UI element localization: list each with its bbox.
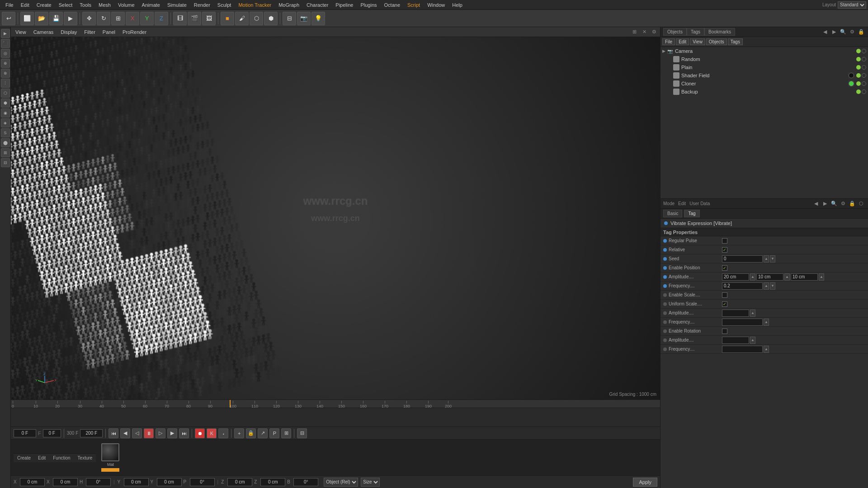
coord-object-select[interactable]: Object (Rel): [324, 478, 358, 487]
om-nav-back[interactable]: ◀: [821, 28, 829, 36]
apply-button[interactable]: Apply: [633, 478, 657, 487]
menu-simulate[interactable]: Simulate: [164, 1, 190, 9]
props-search[interactable]: 🔍: [830, 200, 838, 208]
go-end-btn[interactable]: ⏭: [179, 428, 189, 438]
menu-select[interactable]: Select: [55, 1, 76, 9]
tool-y[interactable]: Y: [140, 12, 154, 25]
vis-circle-backup-1[interactable]: [862, 89, 866, 94]
props-tab-tag[interactable]: Tag: [684, 210, 699, 217]
menu-motion-tracker[interactable]: Motion Tracker: [235, 1, 275, 9]
play-fwd-btn[interactable]: ▷: [156, 428, 165, 438]
vis-dot-cloner-1[interactable]: [856, 81, 861, 86]
timeline-track[interactable]: [11, 408, 660, 427]
vis-circle-plain-1[interactable]: [862, 65, 866, 70]
om-edit-btn[interactable]: Edit: [676, 38, 689, 45]
tool-open[interactable]: 📂: [35, 12, 48, 25]
obj-row-backup[interactable]: Backup: [660, 88, 868, 96]
left-tool-5[interactable]: ⊗: [1, 69, 10, 78]
menu-tools[interactable]: Tools: [76, 1, 95, 9]
coord-sz-input[interactable]: [260, 478, 285, 486]
om-search[interactable]: 🔍: [839, 28, 847, 36]
props-settings[interactable]: ⚙: [839, 200, 847, 208]
tool-z[interactable]: Z: [155, 12, 168, 25]
layout-select[interactable]: Standard: [838, 1, 866, 9]
prop-freq-scale-input[interactable]: [722, 319, 763, 326]
vp-settings-btn[interactable]: ⚙: [650, 28, 658, 36]
prop-amp-z[interactable]: [791, 273, 818, 281]
om-nav-fwd[interactable]: ▶: [830, 28, 838, 36]
props-tab-basic[interactable]: Basic: [663, 210, 682, 217]
om-objects-btn[interactable]: Objects: [706, 38, 727, 45]
left-tool-11[interactable]: S: [1, 128, 10, 137]
left-tool-13[interactable]: ⊞: [1, 148, 10, 157]
del-key-btn[interactable]: 🔒: [246, 428, 256, 438]
layout-mode[interactable]: Mode: [663, 201, 675, 206]
coord-sx-input[interactable]: [53, 478, 78, 486]
layout-userdata[interactable]: User Data: [689, 201, 710, 206]
amp-rot-spin[interactable]: ▲: [750, 337, 755, 344]
pose-btn[interactable]: P: [269, 428, 279, 438]
tool-scale[interactable]: ⊞: [111, 12, 125, 25]
vis-circle-random-1[interactable]: [862, 57, 866, 61]
mat-edit[interactable]: Edit: [36, 455, 47, 460]
tool-x[interactable]: X: [126, 12, 139, 25]
tool-cam[interactable]: 📷: [297, 12, 311, 25]
tool-poly[interactable]: ⬢: [264, 12, 278, 25]
timeline-ruler[interactable]: 0102030405060708090100110120130140150160…: [11, 400, 660, 408]
om-view-btn[interactable]: View: [690, 38, 705, 45]
record-btn[interactable]: ⏺: [195, 428, 205, 438]
coord-y-pos[interactable]: [124, 478, 149, 486]
key-btn[interactable]: ⬩: [218, 428, 228, 438]
obj-tag-cloner-1[interactable]: [848, 80, 854, 87]
tool-new[interactable]: ⬜: [20, 12, 34, 25]
menu-sculpt[interactable]: Sculpt: [214, 1, 235, 9]
seed-down[interactable]: ▼: [770, 255, 775, 263]
vis-dot-random-1[interactable]: [856, 57, 861, 61]
freq-pos-up[interactable]: ▲: [764, 282, 769, 290]
vis-circle-shader-1[interactable]: [862, 73, 866, 78]
vp-close-btn[interactable]: ✕: [640, 28, 648, 36]
tool-render[interactable]: ▶: [64, 12, 77, 25]
left-tool-1[interactable]: ▶: [1, 29, 10, 38]
play-back-btn[interactable]: ◁: [132, 428, 142, 438]
left-tool-6[interactable]: ⋮: [1, 79, 10, 88]
vis-dot-1[interactable]: [856, 49, 861, 53]
mat-create[interactable]: Create: [15, 455, 33, 460]
menu-help[interactable]: Help: [448, 1, 466, 9]
obj-row-plain[interactable]: Plain: [660, 63, 868, 71]
menu-script[interactable]: Script: [404, 1, 424, 9]
layout-edit[interactable]: Edit: [678, 201, 686, 206]
obj-row-random[interactable]: Random: [660, 55, 868, 63]
tool-rotate[interactable]: ↻: [97, 12, 110, 25]
props-nav-back[interactable]: ◀: [812, 200, 820, 208]
prop-check-uniform-scale[interactable]: [722, 301, 727, 307]
left-tool-2[interactable]: ⬛: [1, 39, 10, 48]
prop-freq-rot-input[interactable]: [722, 346, 763, 353]
prop-check-enable-scale[interactable]: [722, 292, 727, 298]
vp-maximize-btn[interactable]: ⊞: [630, 28, 638, 36]
amp-scale-x-spin[interactable]: ▲: [750, 310, 755, 317]
props-extra[interactable]: ⬡: [857, 200, 865, 208]
vp-menu-panel[interactable]: Panel: [100, 28, 118, 36]
om-lock[interactable]: 🔒: [857, 28, 865, 36]
coord-size-select[interactable]: Size: [361, 478, 380, 487]
obj-row-shader-field[interactable]: Shader Field: [660, 71, 868, 80]
om-file-btn[interactable]: File: [662, 38, 675, 45]
menu-mesh[interactable]: Mesh: [95, 1, 114, 9]
vis-dot-shader-1[interactable]: [856, 73, 861, 78]
add-key-btn[interactable]: +: [234, 428, 244, 438]
obj-row-camera[interactable]: ▶ 📷 Camera: [660, 47, 868, 55]
prop-amp-scale-x[interactable]: [722, 310, 749, 317]
left-tool-3[interactable]: ◎: [1, 49, 10, 58]
prop-amp-rot-input[interactable]: [722, 337, 749, 344]
menu-render[interactable]: Render: [190, 1, 214, 9]
tool-anim[interactable]: 🎞: [173, 12, 187, 25]
tool-cube[interactable]: ■: [221, 12, 234, 25]
mat-swatch-0[interactable]: [101, 443, 119, 461]
tool-grid[interactable]: ⊟: [283, 12, 296, 25]
end-frame-input[interactable]: [80, 429, 103, 437]
amp-x-up[interactable]: ▲: [750, 273, 755, 281]
vis-circle-cloner-1[interactable]: [862, 81, 866, 86]
left-tool-4[interactable]: ⊕: [1, 59, 10, 68]
left-tool-8[interactable]: ⬢: [1, 99, 10, 108]
